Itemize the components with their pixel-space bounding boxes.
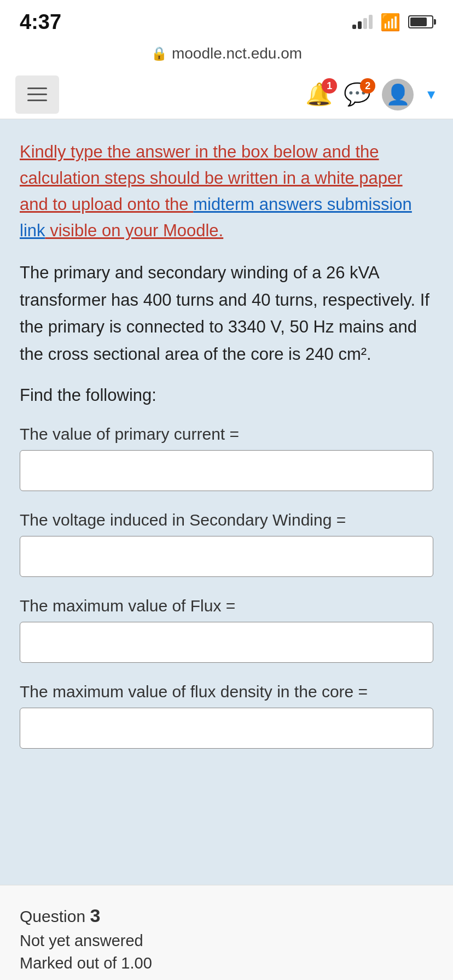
chat-badge: 2 bbox=[360, 78, 375, 94]
field-group-4: The maximum value of flux density in the… bbox=[20, 682, 433, 749]
field-group-3: The maximum value of Flux = bbox=[20, 597, 433, 663]
question-footer: Question 3 Not yet answered Marked out o… bbox=[0, 885, 453, 980]
find-label: Find the following: bbox=[20, 386, 433, 405]
hamburger-line bbox=[27, 88, 47, 89]
wifi-icon: 📶 bbox=[380, 13, 400, 32]
question-number-value: 3 bbox=[90, 905, 100, 926]
dropdown-arrow-icon[interactable]: ▼ bbox=[425, 87, 438, 102]
main-content: Kindly type the answer in the box below … bbox=[0, 119, 453, 885]
top-nav: 🔔 1 💬 2 👤 ▼ bbox=[0, 70, 453, 119]
message-icon-wrapper[interactable]: 💬 2 bbox=[344, 81, 371, 107]
avatar[interactable]: 👤 bbox=[382, 79, 414, 110]
battery-icon bbox=[408, 15, 433, 28]
field-label-2: The voltage induced in Secondary Winding… bbox=[20, 511, 433, 529]
field-label-1: The value of primary current = bbox=[20, 425, 433, 444]
hamburger-line bbox=[27, 94, 47, 95]
answer-fields-container: The value of primary current =The voltag… bbox=[20, 425, 433, 749]
question-number: Question 3 bbox=[20, 905, 433, 926]
field-label-3: The maximum value of Flux = bbox=[20, 597, 433, 615]
field-label-4: The maximum value of flux density in the… bbox=[20, 682, 433, 701]
notification-bell-wrapper[interactable]: 🔔 1 bbox=[305, 81, 333, 107]
question-status: Not yet answered bbox=[20, 932, 433, 950]
bell-badge: 1 bbox=[322, 78, 337, 94]
problem-description: The primary and secondary winding of a 2… bbox=[20, 259, 433, 368]
answer-input-3[interactable] bbox=[20, 622, 433, 663]
instruction-text: Kindly type the answer in the box below … bbox=[20, 139, 433, 244]
url-text: moodle.nct.edu.om bbox=[172, 45, 302, 62]
answer-input-2[interactable] bbox=[20, 536, 433, 577]
field-group-1: The value of primary current = bbox=[20, 425, 433, 491]
question-marked: Marked out of 1.00 bbox=[20, 954, 433, 972]
field-group-2: The voltage induced in Secondary Winding… bbox=[20, 511, 433, 577]
status-time: 4:37 bbox=[20, 10, 61, 34]
answer-input-4[interactable] bbox=[20, 708, 433, 749]
lock-icon: 🔒 bbox=[151, 46, 167, 61]
status-icons: 📶 bbox=[352, 13, 433, 32]
nav-right: 🔔 1 💬 2 👤 ▼ bbox=[305, 79, 438, 110]
status-bar: 4:37 📶 bbox=[0, 0, 453, 39]
answer-input-1[interactable] bbox=[20, 450, 433, 491]
signal-icon bbox=[352, 15, 373, 29]
hamburger-button[interactable] bbox=[15, 75, 59, 114]
instruction-blue-text: visible on your Moodle. bbox=[45, 221, 224, 240]
url-bar: 🔒 moodle.nct.edu.om bbox=[0, 39, 453, 70]
hamburger-line bbox=[27, 100, 47, 101]
